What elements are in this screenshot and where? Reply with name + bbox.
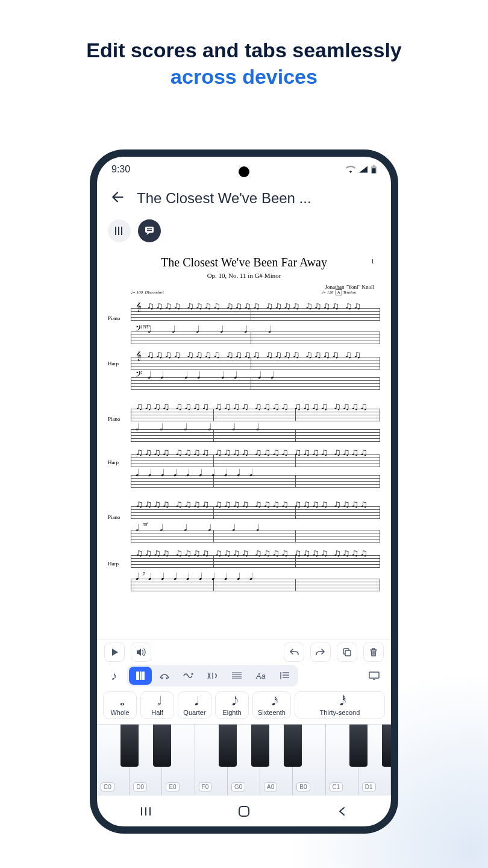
instrument-label-piano: Piano (108, 514, 131, 520)
duration-thirtysecond[interactable]: 𝅘𝅥𝅰Thirty-second (295, 691, 385, 719)
back-button[interactable] (110, 189, 126, 207)
tool-category-group: Aa (127, 665, 298, 687)
svg-rect-22 (369, 672, 379, 678)
duration-eighth[interactable]: 𝅘𝅥𝅮Eighth (215, 691, 249, 719)
key-ds1[interactable] (382, 725, 391, 767)
category-dynamics[interactable] (201, 667, 224, 685)
system-2: Piano Harp ♫♫♫♫ ♫♫♫♫ ♫♫♫♫ ♫♫♫♫ ♫♫♫♫ ♫♫♫♫… (108, 406, 380, 493)
duration-label: Eighth (222, 709, 241, 716)
staff: 𝄢 𝅗𝅥 𝅗𝅥 𝅗𝅥 𝅗𝅥 𝅗𝅥 𝅗𝅥 (131, 329, 380, 346)
copy-icon (343, 648, 351, 656)
page-number: 1 (371, 258, 374, 265)
volume-button[interactable] (131, 643, 151, 662)
duration-sixteenth[interactable]: 𝅘𝅥𝅯Sixteenth (252, 691, 291, 719)
status-icons (346, 165, 377, 174)
redo-button[interactable] (310, 643, 331, 662)
undo-icon (289, 648, 299, 656)
category-measures[interactable] (225, 667, 248, 685)
white-keys: C0 D0 E0 F0 G0 A0 B0 C1 D1 (97, 725, 391, 795)
key-label: C1 (330, 782, 343, 791)
score-subtitle: Op. 10, No. 11 in G# Minor (108, 272, 380, 279)
page-title: The Closest We've Been ... (137, 190, 311, 207)
nav-back[interactable] (330, 799, 354, 823)
delete-button[interactable] (363, 643, 384, 662)
redo-icon (316, 648, 325, 656)
key-ds0[interactable] (153, 725, 171, 767)
copy-button[interactable] (337, 643, 357, 662)
duration-row: 𝅝Whole 𝅗𝅥Half 𝅘𝅥Quarter 𝅘𝅥𝅮Eighth 𝅘𝅥𝅯Six… (97, 688, 391, 724)
score-viewport[interactable]: 1 The Closest We've Been Far Away Op. 10… (97, 242, 391, 640)
staff: 𝄞 ♫♫♫♫ ♫♫♫♫ ♫♫♫♫ ♫♫♫♫ ♫♫♫♫ ♫♫ (131, 354, 380, 371)
category-text[interactable]: Aa (249, 667, 272, 685)
recents-icon (140, 807, 152, 816)
nav-home[interactable] (232, 799, 256, 823)
arrow-left-icon (110, 189, 126, 205)
category-layout[interactable] (274, 667, 296, 685)
key-label: D1 (362, 782, 376, 791)
barlines-icon (114, 226, 124, 236)
category-ornaments[interactable] (177, 667, 200, 685)
svg-point-13 (166, 678, 168, 679)
phone-frame: 9:30 The Closest We've Been ... (90, 149, 398, 834)
tempo-mark-1: ♩= 100 (131, 290, 143, 295)
key-label: E0 (166, 782, 179, 791)
signal-icon (359, 166, 368, 173)
svg-rect-4 (145, 227, 154, 233)
key-cs1[interactable] (349, 725, 368, 767)
svg-rect-8 (345, 650, 351, 656)
staff: 𝄢 𝅘𝅥 𝅘𝅥 𝅘𝅥 𝅘𝅥 𝅘𝅥 𝅘𝅥 𝅘𝅥 𝅘𝅥 (131, 375, 380, 392)
key-fs0[interactable] (219, 725, 237, 767)
articulation-icon (159, 671, 170, 681)
duration-label: Thirty-second (320, 709, 360, 716)
category-durations[interactable] (129, 667, 152, 685)
status-time: 9:30 (111, 164, 130, 175)
duration-half[interactable]: 𝅗𝅥Half (140, 691, 174, 719)
staff: 𝅘𝅥 𝅘𝅥 𝅘𝅥 𝅘𝅥 𝅘𝅥 𝅘𝅥 𝅘𝅥 𝅘𝅥 𝅘𝅥 𝅘𝅥 (131, 473, 380, 489)
system-markings: ♩= 100 Discomfort ♩= 120 A Tension (131, 290, 380, 295)
staff: 𝅘𝅥 𝅘𝅥 𝅘𝅥 𝅘𝅥 𝅘𝅥 𝅘𝅥 𝅘𝅥 𝅘𝅥 𝅘𝅥 𝅘𝅥 (131, 576, 380, 593)
svg-rect-0 (372, 168, 375, 173)
instrument-label-piano: Piano (108, 416, 131, 422)
key-gs0[interactable] (251, 725, 269, 767)
duration-quarter[interactable]: 𝅘𝅥Quarter (178, 691, 211, 719)
key-label: A0 (264, 782, 277, 791)
duration-label: Half (151, 709, 163, 716)
promo-headline: Edit scores and tabs seamlessly across d… (0, 0, 488, 90)
category-bar: ♪ Aa (97, 664, 391, 688)
wifi-icon (346, 166, 355, 173)
expression-mark-2: Tension (343, 290, 356, 295)
promo-line1: Edit scores and tabs seamlessly (86, 39, 401, 61)
staff: 𝅗𝅥 𝅗𝅥 𝅗𝅥 𝅗𝅥 𝅗𝅥 𝅗𝅥 (131, 427, 380, 444)
system-3: Piano Harp ♫♫♫♫ ♫♫♫♫ ♫♫♫♫ ♫♫♫♫ ♫♫♫♫ ♫♫♫♫… (108, 504, 380, 597)
duration-label: Quarter (183, 709, 205, 716)
staff: 𝄞 ♫♫♫♫ ♫♫♫♫ ♫♫♫♫ ♫♫♫♫ ♫♫♫♫ ♫♫ (131, 306, 380, 322)
app-header: The Closest We've Been ... (97, 182, 391, 215)
category-articulations[interactable] (153, 667, 176, 685)
duration-label: Sixteenth (258, 709, 286, 716)
svg-rect-10 (140, 671, 142, 680)
score-title: The Closest We've Been Far Away (108, 256, 380, 269)
dynamics-icon (207, 671, 219, 680)
text-icon-label: Aa (256, 671, 266, 681)
comments-toggle[interactable] (138, 219, 161, 242)
barlines-toggle[interactable] (108, 219, 131, 242)
key-label: F0 (199, 782, 212, 791)
view-toggle-row (97, 215, 391, 242)
undo-button[interactable] (284, 643, 304, 662)
ornament-icon (183, 671, 195, 680)
measure-icon (231, 672, 242, 679)
duration-whole[interactable]: 𝅝Whole (103, 691, 137, 719)
staff: ♫♫♫♫ ♫♫♫♫ ♫♫♫♫ ♫♫♫♫ ♫♫♫♫ ♫♫♫♫ (131, 406, 380, 423)
instrument-label-harp: Harp (108, 459, 131, 465)
instrument-label-harp: Harp (108, 360, 131, 366)
svg-rect-9 (136, 671, 139, 680)
svg-rect-27 (239, 807, 249, 816)
play-button[interactable] (104, 643, 125, 662)
key-as0[interactable] (284, 725, 302, 767)
key-cs0[interactable] (120, 725, 139, 767)
key-label: G0 (231, 782, 245, 791)
piano-keyboard[interactable]: C0 D0 E0 F0 G0 A0 B0 C1 D1 (97, 724, 391, 795)
keyboard-toggle[interactable] (364, 666, 384, 685)
note-input-button[interactable]: ♪ (104, 666, 124, 685)
nav-recents[interactable] (134, 799, 158, 823)
